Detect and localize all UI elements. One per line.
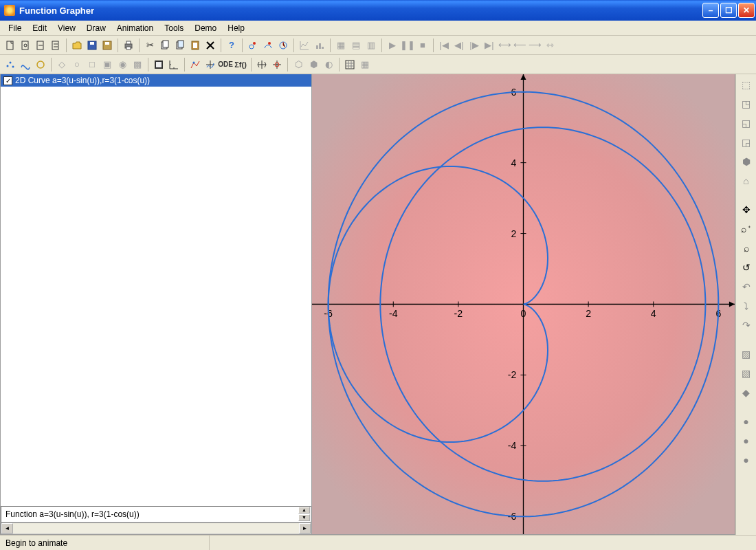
pause-button[interactable]: ❚❚	[400, 38, 415, 53]
shape2-icon[interactable]: ●	[739, 433, 754, 448]
grid1-button[interactable]: ▦	[333, 38, 348, 53]
d3-button[interactable]: □	[85, 57, 100, 72]
svg-rect-6	[90, 42, 94, 45]
cube5-icon[interactable]: ⬢	[739, 154, 754, 169]
menu-draw[interactable]: Draw	[81, 22, 111, 34]
new-doc4-button[interactable]	[48, 38, 63, 53]
rotate-left-icon[interactable]: ↶	[739, 279, 754, 294]
chart2-button[interactable]	[312, 38, 327, 53]
anim3-button[interactable]	[276, 38, 291, 53]
crosshair-button[interactable]	[269, 57, 285, 72]
anim1-button[interactable]	[245, 38, 260, 53]
svg-text:-4: -4	[508, 440, 517, 451]
menu-view[interactable]: View	[52, 22, 81, 34]
open-button[interactable]	[69, 38, 85, 53]
sigma-button[interactable]: Σf()	[233, 57, 248, 72]
d4-button[interactable]: ▣	[100, 57, 115, 72]
grid-button[interactable]	[342, 57, 357, 72]
next-button[interactable]: |▶	[467, 38, 482, 53]
print-button[interactable]	[121, 38, 136, 53]
d1-button[interactable]: ◇	[54, 57, 69, 72]
d5-button[interactable]: ◉	[115, 57, 130, 72]
cube6-icon[interactable]: ⌂	[739, 173, 754, 188]
svg-rect-0	[7, 41, 13, 50]
shape3-icon[interactable]: ●	[739, 452, 754, 468]
tree-item-0[interactable]: ✓ 2D Curve a=3(u-sin(u)),r=3(1-cos(u))	[1, 74, 311, 87]
scatter-button[interactable]	[3, 57, 18, 72]
maximize-button[interactable]: ☐	[720, 3, 737, 18]
ode-button[interactable]: ODE	[218, 57, 233, 72]
curve-button[interactable]	[18, 57, 33, 72]
axis-toggle-button[interactable]	[166, 57, 181, 72]
circle-button[interactable]	[33, 57, 48, 72]
shape1-icon[interactable]: ●	[739, 414, 754, 429]
prev-button[interactable]: ◀|	[452, 38, 467, 53]
d6-button[interactable]: ▩	[130, 57, 145, 72]
menu-tools[interactable]: Tools	[159, 22, 189, 34]
menu-edit[interactable]: Edit	[27, 22, 52, 34]
menu-help[interactable]: Help	[222, 22, 250, 34]
copy2-button[interactable]	[173, 38, 188, 53]
chart1-button[interactable]	[297, 38, 312, 53]
e4-button[interactable]: ▦	[357, 57, 373, 72]
cube4-icon[interactable]: ◲	[739, 135, 754, 150]
zoom-tool-icon[interactable]: ⌕⁺	[739, 221, 754, 236]
pan-tool-button[interactable]	[254, 57, 269, 72]
function-display[interactable]: Function a=3(u-sin(u)), r=3(1-cos(u)) ▲ …	[1, 506, 311, 522]
menu-bar: File Edit View Draw Animation Tools Demo…	[0, 21, 756, 36]
menu-demo[interactable]: Demo	[189, 22, 222, 34]
grid2-button[interactable]: ▤	[348, 38, 364, 53]
reset-view-icon[interactable]: ↺	[739, 260, 754, 275]
rotate-right-icon[interactable]: ↷	[739, 318, 754, 333]
range4-button[interactable]: ⇿	[542, 38, 557, 53]
mesh1-icon[interactable]: ▨	[739, 346, 754, 362]
move-tool-icon[interactable]: ✥	[739, 202, 754, 217]
anim2-button[interactable]	[260, 38, 276, 53]
stop-button[interactable]: ■	[415, 38, 430, 53]
menu-file[interactable]: File	[3, 22, 27, 34]
range1-button[interactable]: ⟷	[497, 38, 512, 53]
mesh2-icon[interactable]: ▧	[739, 366, 754, 381]
copy-button[interactable]	[157, 38, 173, 53]
scroll-right-button[interactable]: ►	[299, 523, 311, 534]
function-down-button[interactable]: ▼	[298, 514, 310, 521]
save-button[interactable]	[85, 38, 100, 53]
minimize-button[interactable]: –	[702, 3, 719, 18]
solid-icon[interactable]: ◆	[739, 385, 754, 400]
save-as-button[interactable]	[100, 38, 115, 53]
help-button[interactable]: ?	[224, 38, 239, 53]
range3-button[interactable]: ⟶	[527, 38, 542, 53]
range2-button[interactable]: ⟵	[512, 38, 527, 53]
scroll-left-button[interactable]: ◄	[1, 523, 13, 534]
e2-button[interactable]: ⬢	[306, 57, 321, 72]
zoom-out-icon[interactable]: ⌕	[739, 241, 754, 256]
play-button[interactable]: ▶	[385, 38, 400, 53]
e1-button[interactable]: ⬡	[291, 57, 306, 72]
cube2-icon[interactable]: ◳	[739, 96, 754, 111]
plot-canvas[interactable]: -6-4-20246-6-4-2246	[312, 74, 735, 535]
paste-button[interactable]	[188, 38, 203, 53]
cut-button[interactable]: ✂	[142, 38, 157, 53]
trace1-button[interactable]	[188, 57, 203, 72]
first-button[interactable]: |◀	[436, 38, 452, 53]
horizontal-scrollbar[interactable]: ◄ ►	[1, 522, 311, 534]
new-doc-button[interactable]	[3, 38, 18, 53]
e3-button[interactable]: ◐	[321, 57, 336, 72]
cube3-icon[interactable]: ◱	[739, 116, 754, 131]
cube1-icon[interactable]: ⬚	[739, 77, 754, 92]
tree-item-checkbox[interactable]: ✓	[3, 76, 12, 85]
d2-button[interactable]: ○	[69, 57, 85, 72]
trace2-button[interactable]	[203, 57, 218, 72]
menu-animation[interactable]: Animation	[111, 22, 159, 34]
new-doc3-button[interactable]	[33, 38, 48, 53]
rotate-down-icon[interactable]: ⤵	[739, 298, 754, 314]
close-button[interactable]: ✕	[738, 3, 755, 18]
delete-button[interactable]	[203, 38, 218, 53]
grid3-button[interactable]: ▥	[364, 38, 379, 53]
axis-config-button[interactable]	[151, 57, 166, 72]
function-up-button[interactable]: ▲	[298, 507, 310, 514]
function-tree[interactable]: ✓ 2D Curve a=3(u-sin(u)),r=3(1-cos(u))	[1, 74, 311, 506]
last-button[interactable]: ▶|	[482, 38, 497, 53]
new-doc2-button[interactable]	[18, 38, 33, 53]
scroll-track[interactable]	[13, 523, 299, 534]
